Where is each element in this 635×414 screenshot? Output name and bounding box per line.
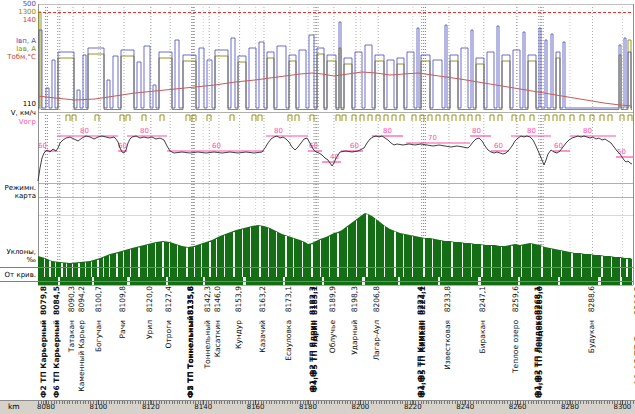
km-axis-label: km bbox=[8, 402, 20, 411]
curves-row-label: От крив. bbox=[0, 271, 36, 279]
gradient-profile-panel[interactable] bbox=[38, 197, 633, 285]
ivp-scale-max: 500 bbox=[0, 0, 36, 8]
axis-major-ticks bbox=[46, 400, 622, 405]
temp-series-label: Тобм,°С bbox=[0, 53, 36, 61]
speed-chart-panel[interactable] bbox=[38, 112, 633, 183]
mode-map-label-line2: карта bbox=[0, 192, 36, 200]
slopes-label-line2: ‰ bbox=[0, 256, 36, 264]
iav-scale-max: 1300 bbox=[0, 8, 36, 16]
slopes-label-line1: Уклоны, bbox=[0, 248, 36, 256]
speed-limit-label: Vогр bbox=[0, 118, 36, 126]
iav-series-label: Iав, А bbox=[0, 45, 36, 53]
mode-map-band[interactable] bbox=[38, 183, 633, 197]
ivp-series-label: Iвп, А bbox=[0, 37, 36, 45]
currents-temperature-chart-panel[interactable] bbox=[38, 4, 633, 112]
speed-scale-max: 110 bbox=[0, 100, 36, 108]
traction-analysis-screen: 6080608060806040608070806080608050 500 1… bbox=[0, 0, 635, 414]
mode-map-label-line1: Режимн. bbox=[0, 184, 36, 192]
temp-scale-max: 140 bbox=[0, 16, 36, 24]
speed-axis-label: V, км/ч bbox=[0, 109, 36, 117]
